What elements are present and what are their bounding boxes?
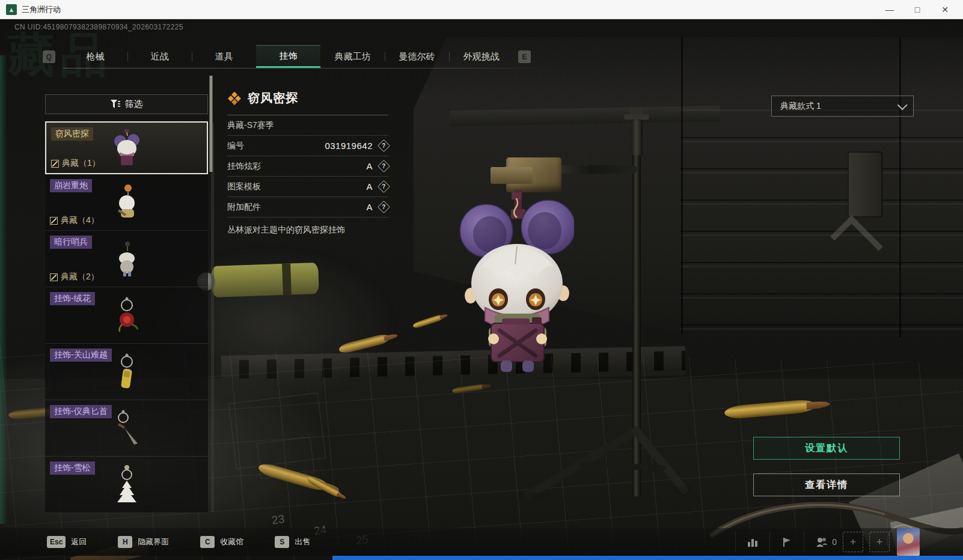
- list-item-xuesong[interactable]: 挂饰-雪松: [45, 457, 208, 513]
- charm-thumbnail: [114, 352, 140, 392]
- prev-tab-key[interactable]: Q: [43, 50, 55, 63]
- item-name-chip: 挂饰-关山难越: [50, 348, 112, 362]
- item-name-chip: 挂饰-雪松: [50, 461, 95, 475]
- filter-icon: [111, 100, 120, 109]
- collection-icon: [50, 217, 58, 225]
- minimize-button[interactable]: —: [878, 2, 902, 17]
- detail-description: 丛林派对主题中的窃风密探挂饰: [227, 218, 388, 236]
- item-name-chip: 挂饰-绒花: [50, 292, 95, 305]
- collection-badge: 典藏（4）: [50, 215, 99, 226]
- help-icon[interactable]: ?: [378, 201, 390, 213]
- h-key: H: [118, 536, 132, 548]
- collection-badge: 典藏（1）: [51, 158, 100, 169]
- list-item-guanshannanyue[interactable]: 挂饰-关山难越: [45, 344, 208, 400]
- tab-appearance-challenge[interactable]: 外观挑战: [449, 45, 513, 68]
- app-logo-icon: ▲: [6, 4, 17, 15]
- detail-panel: 窃风密探 典藏-S7赛季 编号 031919642 ? 挂饰炫彩 A ? 图案模…: [227, 90, 388, 236]
- charm-item-list: 窃风密探 典藏（1） 崩岩重炮 典藏（4: [45, 121, 208, 513]
- player-avatar[interactable]: [897, 528, 920, 556]
- flag-icon: [781, 537, 793, 547]
- friends-button[interactable]: 0: [815, 537, 837, 547]
- charm-thumbnail: [114, 240, 140, 278]
- shortcut-hide-ui[interactable]: H 隐藏界面: [118, 536, 169, 548]
- bar-chart-icon: [747, 537, 759, 547]
- list-scrollbar[interactable]: [211, 123, 214, 512]
- charm-thumbnail: [112, 128, 141, 168]
- tab-collection-workshop[interactable]: 典藏工坊: [320, 45, 385, 68]
- charm-thumbnail: [114, 184, 140, 221]
- next-tab-key[interactable]: E: [518, 50, 531, 63]
- collection-icon: [51, 160, 59, 168]
- set-default-button[interactable]: 设置默认: [753, 437, 900, 460]
- charm-thumbnail: [114, 296, 140, 335]
- help-icon[interactable]: ?: [378, 160, 390, 172]
- game-stage: 23 24 25: [0, 19, 963, 560]
- style-dropdown[interactable]: 典藏款式 1: [771, 96, 914, 117]
- detail-title: 窃风密探: [248, 90, 298, 106]
- filter-button[interactable]: 筛选: [45, 94, 208, 114]
- player-uid: CN UID:45198079382389870934_202603172225: [14, 23, 183, 31]
- chevron-down-icon: [897, 100, 908, 110]
- shortcut-sell[interactable]: S 出售: [275, 536, 310, 548]
- category-tabbar: 枪械 近战 道具 挂饰 典藏工坊 曼德尔砖 外观挑战: [63, 45, 513, 68]
- tab-melee[interactable]: 近战: [127, 45, 192, 68]
- shortcut-collection-hall[interactable]: C 收藏馆: [200, 536, 243, 548]
- friends-count: 0: [832, 537, 837, 547]
- help-icon[interactable]: ?: [378, 139, 390, 152]
- detail-row-colorway: 挂饰炫彩 A ?: [227, 156, 388, 177]
- charm-thumbnail: [110, 409, 144, 448]
- tab-charms[interactable]: 挂饰: [256, 45, 320, 68]
- maximize-button[interactable]: □: [905, 2, 929, 17]
- c-key: C: [200, 536, 215, 548]
- view-details-button[interactable]: 查看详情: [753, 473, 900, 496]
- rarity-diamond-icon: [227, 91, 242, 106]
- report-button[interactable]: [781, 537, 793, 547]
- shortcut-back[interactable]: Esc 返回: [47, 536, 87, 548]
- item-name-chip: 挂饰-仪典匕首: [50, 405, 112, 418]
- tab-guns[interactable]: 枪械: [63, 45, 127, 68]
- item-name-chip: 崩岩重炮: [50, 179, 92, 192]
- list-item-anxingshaobing[interactable]: 暗行哨兵 典藏（2）: [45, 231, 208, 287]
- help-icon[interactable]: ?: [378, 180, 390, 193]
- item-name-chip: 窃风密探: [51, 127, 93, 141]
- list-item-bengyanzhongpao[interactable]: 崩岩重炮 典藏（4）: [45, 174, 208, 231]
- charm-thumbnail: [114, 464, 140, 506]
- list-item-yidianbishou[interactable]: 挂饰-仪典匕首: [45, 400, 208, 457]
- s-key: S: [275, 536, 289, 548]
- collection-icon: [50, 273, 58, 281]
- tab-mandel-brick[interactable]: 曼德尔砖: [385, 45, 449, 68]
- empty-squad-slot[interactable]: +: [869, 532, 890, 552]
- app-window: ▲ 三角洲行动 — □ ✕ 23 24 25: [0, 0, 963, 560]
- list-item-qiefengmitan[interactable]: 窃风密探 典藏（1）: [45, 121, 208, 174]
- detail-row-pattern: 图案模板 A ?: [227, 177, 388, 197]
- window-title: 三角洲行动: [22, 4, 61, 15]
- collection-badge: 典藏（2）: [50, 272, 99, 282]
- os-taskbar-sliver: [332, 556, 963, 560]
- window-titlebar: ▲ 三角洲行动 — □ ✕: [0, 0, 963, 19]
- bottom-bar: Esc 返回 H 隐藏界面 C 收藏馆 S 出售: [0, 528, 963, 556]
- esc-key: Esc: [47, 536, 66, 548]
- friends-icon: [815, 537, 828, 547]
- item-name-chip: 暗行哨兵: [50, 236, 92, 249]
- list-item-ronghua[interactable]: 挂饰-绒花: [45, 287, 208, 344]
- empty-squad-slot[interactable]: +: [843, 532, 863, 552]
- close-button[interactable]: ✕: [933, 2, 957, 17]
- stats-button[interactable]: [747, 537, 759, 547]
- detail-season-row: 典藏-S7赛季: [227, 115, 388, 136]
- detail-row-serial: 编号 031919642 ?: [227, 136, 388, 156]
- tab-items[interactable]: 道具: [192, 45, 256, 68]
- detail-row-accessory: 附加配件 A ?: [227, 197, 388, 218]
